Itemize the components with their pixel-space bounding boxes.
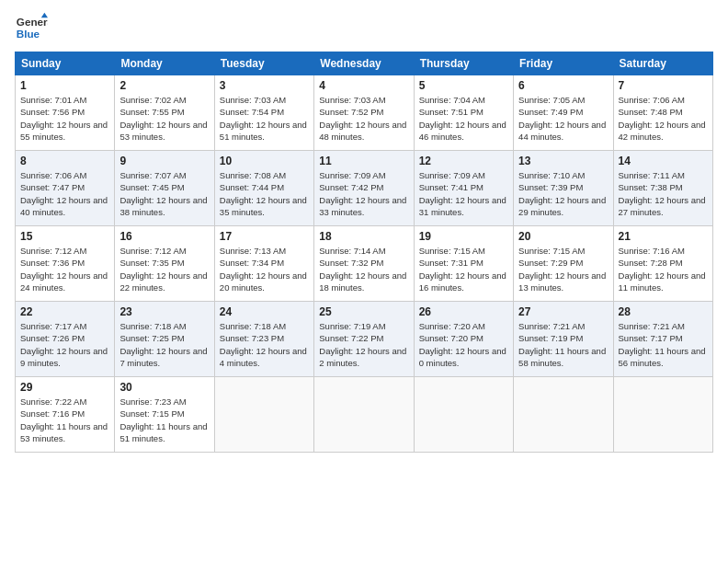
calendar-cell: 20Sunrise: 7:15 AMSunset: 7:29 PMDayligh… bbox=[514, 226, 613, 302]
calendar-week-row: 29Sunrise: 7:22 AMSunset: 7:16 PMDayligh… bbox=[16, 377, 713, 453]
day-info: Sunrise: 7:17 AMSunset: 7:26 PMDaylight:… bbox=[20, 320, 109, 369]
day-info: Sunrise: 7:11 AMSunset: 7:38 PMDaylight:… bbox=[619, 169, 708, 218]
day-number: 6 bbox=[518, 79, 608, 92]
day-number: 14 bbox=[619, 155, 708, 167]
calendar-cell: 1Sunrise: 7:01 AMSunset: 7:56 PMDaylight… bbox=[16, 75, 115, 151]
day-number: 9 bbox=[119, 155, 209, 167]
day-info: Sunrise: 7:12 AMSunset: 7:36 PMDaylight:… bbox=[20, 245, 109, 293]
day-number: 15 bbox=[20, 230, 109, 243]
day-number: 19 bbox=[419, 230, 508, 243]
general-blue-logo-icon: General Blue bbox=[15, 11, 48, 44]
col-thursday: Thursday bbox=[414, 52, 513, 75]
day-number: 5 bbox=[419, 79, 508, 92]
day-info: Sunrise: 7:19 AMSunset: 7:22 PMDaylight:… bbox=[319, 320, 408, 369]
col-tuesday: Tuesday bbox=[214, 52, 313, 75]
calendar-cell: 29Sunrise: 7:22 AMSunset: 7:16 PMDayligh… bbox=[16, 377, 115, 453]
day-number: 30 bbox=[119, 381, 209, 394]
calendar-cell bbox=[414, 377, 513, 453]
day-info: Sunrise: 7:15 AMSunset: 7:31 PMDaylight:… bbox=[419, 245, 508, 293]
col-saturday: Saturday bbox=[613, 52, 712, 75]
day-info: Sunrise: 7:16 AMSunset: 7:28 PMDaylight:… bbox=[619, 245, 708, 293]
day-number: 20 bbox=[518, 230, 608, 243]
calendar-week-row: 15Sunrise: 7:12 AMSunset: 7:36 PMDayligh… bbox=[16, 226, 713, 302]
day-info: Sunrise: 7:20 AMSunset: 7:20 PMDaylight:… bbox=[419, 320, 508, 369]
day-info: Sunrise: 7:08 AMSunset: 7:44 PMDaylight:… bbox=[220, 169, 309, 218]
calendar-cell: 24Sunrise: 7:18 AMSunset: 7:23 PMDayligh… bbox=[214, 302, 313, 377]
header-row: Sunday Monday Tuesday Wednesday Thursday… bbox=[16, 52, 713, 75]
calendar-cell: 21Sunrise: 7:16 AMSunset: 7:28 PMDayligh… bbox=[613, 226, 712, 302]
day-number: 23 bbox=[119, 305, 209, 318]
calendar-cell: 6Sunrise: 7:05 AMSunset: 7:49 PMDaylight… bbox=[514, 75, 613, 151]
day-info: Sunrise: 7:13 AMSunset: 7:34 PMDaylight:… bbox=[220, 245, 309, 293]
day-number: 3 bbox=[220, 79, 309, 92]
day-info: Sunrise: 7:15 AMSunset: 7:29 PMDaylight:… bbox=[518, 245, 608, 293]
day-number: 16 bbox=[119, 230, 209, 243]
day-info: Sunrise: 7:09 AMSunset: 7:41 PMDaylight:… bbox=[419, 169, 508, 218]
day-info: Sunrise: 7:22 AMSunset: 7:16 PMDaylight:… bbox=[20, 396, 109, 444]
page: General Blue Sunday Monday Tuesday Wedne… bbox=[0, 0, 728, 563]
logo: General Blue bbox=[15, 11, 48, 44]
day-info: Sunrise: 7:14 AMSunset: 7:32 PMDaylight:… bbox=[319, 245, 408, 293]
calendar-cell: 26Sunrise: 7:20 AMSunset: 7:20 PMDayligh… bbox=[414, 302, 513, 377]
calendar-cell: 25Sunrise: 7:19 AMSunset: 7:22 PMDayligh… bbox=[314, 302, 414, 377]
calendar-cell: 12Sunrise: 7:09 AMSunset: 7:41 PMDayligh… bbox=[414, 151, 513, 226]
day-info: Sunrise: 7:21 AMSunset: 7:19 PMDaylight:… bbox=[518, 320, 608, 369]
day-info: Sunrise: 7:01 AMSunset: 7:56 PMDaylight:… bbox=[20, 94, 109, 143]
day-number: 7 bbox=[619, 79, 708, 92]
calendar-cell: 9Sunrise: 7:07 AMSunset: 7:45 PMDaylight… bbox=[115, 151, 214, 226]
calendar-cell: 23Sunrise: 7:18 AMSunset: 7:25 PMDayligh… bbox=[115, 302, 214, 377]
day-number: 8 bbox=[20, 155, 109, 167]
calendar-cell: 11Sunrise: 7:09 AMSunset: 7:42 PMDayligh… bbox=[314, 151, 414, 226]
day-number: 26 bbox=[419, 305, 508, 318]
day-number: 24 bbox=[220, 305, 309, 318]
day-number: 22 bbox=[20, 305, 109, 318]
calendar-cell: 30Sunrise: 7:23 AMSunset: 7:15 PMDayligh… bbox=[115, 377, 214, 453]
calendar-week-row: 8Sunrise: 7:06 AMSunset: 7:47 PMDaylight… bbox=[16, 151, 713, 226]
calendar-cell bbox=[514, 377, 613, 453]
svg-text:Blue: Blue bbox=[17, 28, 40, 40]
day-info: Sunrise: 7:06 AMSunset: 7:48 PMDaylight:… bbox=[619, 94, 708, 143]
day-number: 17 bbox=[220, 230, 309, 243]
calendar-cell: 27Sunrise: 7:21 AMSunset: 7:19 PMDayligh… bbox=[514, 302, 613, 377]
day-info: Sunrise: 7:02 AMSunset: 7:55 PMDaylight:… bbox=[119, 94, 209, 143]
col-wednesday: Wednesday bbox=[314, 52, 414, 75]
day-info: Sunrise: 7:18 AMSunset: 7:23 PMDaylight:… bbox=[220, 320, 309, 369]
day-number: 11 bbox=[319, 155, 408, 167]
day-number: 12 bbox=[419, 155, 508, 167]
calendar-cell: 2Sunrise: 7:02 AMSunset: 7:55 PMDaylight… bbox=[115, 75, 214, 151]
calendar-week-row: 22Sunrise: 7:17 AMSunset: 7:26 PMDayligh… bbox=[16, 302, 713, 377]
calendar-cell: 15Sunrise: 7:12 AMSunset: 7:36 PMDayligh… bbox=[16, 226, 115, 302]
day-number: 2 bbox=[119, 79, 209, 92]
col-friday: Friday bbox=[514, 52, 613, 75]
calendar-cell: 10Sunrise: 7:08 AMSunset: 7:44 PMDayligh… bbox=[214, 151, 313, 226]
day-info: Sunrise: 7:21 AMSunset: 7:17 PMDaylight:… bbox=[619, 320, 708, 369]
col-monday: Monday bbox=[115, 52, 214, 75]
calendar-cell: 4Sunrise: 7:03 AMSunset: 7:52 PMDaylight… bbox=[314, 75, 414, 151]
header: General Blue bbox=[15, 11, 713, 44]
day-info: Sunrise: 7:03 AMSunset: 7:54 PMDaylight:… bbox=[220, 94, 309, 143]
calendar-cell: 19Sunrise: 7:15 AMSunset: 7:31 PMDayligh… bbox=[414, 226, 513, 302]
day-info: Sunrise: 7:05 AMSunset: 7:49 PMDaylight:… bbox=[518, 94, 608, 143]
day-number: 28 bbox=[619, 305, 708, 318]
day-number: 21 bbox=[619, 230, 708, 243]
day-info: Sunrise: 7:12 AMSunset: 7:35 PMDaylight:… bbox=[119, 245, 209, 293]
day-info: Sunrise: 7:23 AMSunset: 7:15 PMDaylight:… bbox=[119, 396, 209, 444]
day-number: 4 bbox=[319, 79, 408, 92]
calendar-cell bbox=[314, 377, 414, 453]
calendar-cell: 14Sunrise: 7:11 AMSunset: 7:38 PMDayligh… bbox=[613, 151, 712, 226]
day-number: 1 bbox=[20, 79, 109, 92]
calendar-cell: 18Sunrise: 7:14 AMSunset: 7:32 PMDayligh… bbox=[314, 226, 414, 302]
calendar-cell: 3Sunrise: 7:03 AMSunset: 7:54 PMDaylight… bbox=[214, 75, 313, 151]
calendar-cell: 8Sunrise: 7:06 AMSunset: 7:47 PMDaylight… bbox=[16, 151, 115, 226]
day-number: 13 bbox=[518, 155, 608, 167]
day-number: 27 bbox=[518, 305, 608, 318]
day-number: 25 bbox=[319, 305, 408, 318]
calendar-cell bbox=[613, 377, 712, 453]
day-number: 10 bbox=[220, 155, 309, 167]
calendar-table: Sunday Monday Tuesday Wednesday Thursday… bbox=[15, 52, 713, 453]
calendar-cell: 7Sunrise: 7:06 AMSunset: 7:48 PMDaylight… bbox=[613, 75, 712, 151]
calendar-cell: 22Sunrise: 7:17 AMSunset: 7:26 PMDayligh… bbox=[16, 302, 115, 377]
day-info: Sunrise: 7:07 AMSunset: 7:45 PMDaylight:… bbox=[119, 169, 209, 218]
day-number: 18 bbox=[319, 230, 408, 243]
day-number: 29 bbox=[20, 381, 109, 394]
